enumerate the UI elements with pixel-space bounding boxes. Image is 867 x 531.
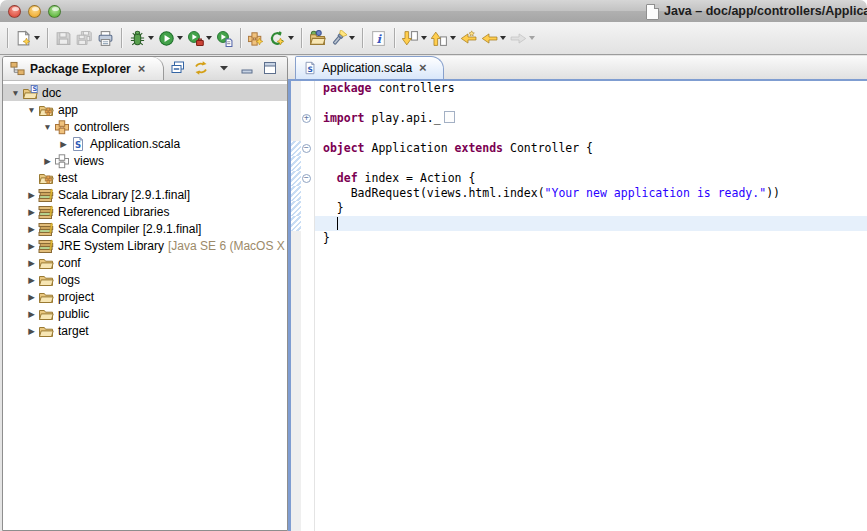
expand-arrow-icon[interactable]: ▶	[25, 190, 38, 200]
dropdown-arrow-icon[interactable]	[206, 36, 212, 40]
tree-item-scala-library-2-9-1-final[interactable]: ▶Scala Library [2.9.1.final]	[3, 186, 287, 203]
back-to-last-edit-button[interactable]	[458, 26, 479, 50]
annotation-ruler	[291, 201, 301, 216]
tree-item-scala-compiler-2-9-1-final[interactable]: ▶Scala Compiler [2.9.1.final]	[3, 220, 287, 237]
annotation-ruler	[291, 216, 301, 231]
code-line-11[interactable]: }	[291, 231, 867, 246]
expand-arrow-icon[interactable]: ▶	[25, 241, 38, 251]
dropdown-arrow-icon[interactable]	[148, 36, 154, 40]
run-button[interactable]	[156, 26, 185, 50]
search-icon	[330, 30, 347, 47]
run-configurations-button[interactable]	[214, 26, 235, 50]
close-editor-icon[interactable]: ×	[419, 62, 427, 74]
code-line-1[interactable]: package controllers	[291, 81, 867, 96]
code-line-3[interactable]: +import play.api._	[291, 111, 867, 126]
code-text[interactable]	[315, 246, 867, 531]
dropdown-arrow-icon[interactable]	[450, 36, 456, 40]
code-text[interactable]: BadRequest(views.html.index("Your new ap…	[315, 186, 867, 201]
fold-margin	[301, 96, 315, 111]
dropdown-arrow-icon[interactable]	[421, 36, 427, 40]
expand-arrow-icon[interactable]: ▶	[25, 207, 38, 217]
dropdown-arrow-icon[interactable]	[288, 36, 294, 40]
search-button[interactable]	[328, 26, 357, 50]
debug-button[interactable]	[127, 26, 156, 50]
tree-item-logs[interactable]: ▶logs	[3, 271, 287, 288]
last-edit-location-button[interactable]	[400, 26, 429, 50]
close-view-icon[interactable]: ×	[138, 63, 146, 75]
view-menu-button[interactable]	[216, 60, 233, 77]
tree-item-test[interactable]: test	[3, 169, 287, 186]
new-wizard-button[interactable]	[13, 26, 42, 50]
tree-item-referenced-libraries[interactable]: ▶Referenced Libraries	[3, 203, 287, 220]
collapse-arrow-icon[interactable]: ▼	[41, 122, 54, 132]
code-editor[interactable]: package controllers+import play.api._−ob…	[288, 81, 867, 531]
back-button[interactable]	[479, 26, 508, 50]
code-line-5[interactable]: −object Application extends Controller {	[291, 141, 867, 156]
minimize-window-button[interactable]	[28, 5, 41, 18]
print-button[interactable]	[95, 26, 116, 50]
zoom-window-button[interactable]	[48, 5, 61, 18]
expand-arrow-icon[interactable]: ▶	[25, 309, 38, 319]
dropdown-arrow-icon[interactable]	[177, 36, 183, 40]
toolbar-separator	[362, 28, 363, 48]
code-text[interactable]: object Application extends Controller {	[315, 141, 867, 156]
tree-item-views[interactable]: ▶views	[3, 152, 287, 169]
code-text[interactable]: package controllers	[315, 81, 867, 96]
code-text[interactable]: def index = Action {	[315, 171, 867, 186]
next-annotation-button[interactable]	[429, 26, 458, 50]
tree-item-project[interactable]: ▶project	[3, 288, 287, 305]
open-resource-button[interactable]	[307, 26, 328, 50]
new-scala-wizard-button[interactable]	[267, 26, 296, 50]
code-line-8[interactable]: BadRequest(views.html.index("Your new ap…	[291, 186, 867, 201]
expand-arrow-icon[interactable]: ▶	[25, 258, 38, 268]
dropdown-arrow-icon[interactable]	[500, 36, 506, 40]
maximize-button[interactable]	[262, 60, 279, 77]
code-line-9[interactable]: }	[291, 201, 867, 216]
folded-region-icon[interactable]	[444, 111, 455, 123]
tree-item-jre-system-library[interactable]: ▶JRE System Library[Java SE 6 (MacOS X D…	[3, 237, 287, 254]
new-java-project-button[interactable]	[246, 26, 267, 50]
toggle-info-button[interactable]: i	[368, 26, 389, 50]
expand-arrow-icon[interactable]: ▶	[25, 224, 38, 234]
fold-collapse-icon[interactable]: −	[302, 174, 311, 183]
code-text[interactable]	[315, 156, 867, 171]
collapse-all-button[interactable]	[170, 60, 187, 77]
tree-item-target[interactable]: ▶target	[3, 322, 287, 339]
link-with-editor-button[interactable]	[193, 60, 210, 77]
tree-item-app[interactable]: ▼app	[3, 101, 287, 118]
dropdown-arrow-icon[interactable]	[349, 36, 355, 40]
expand-arrow-icon[interactable]: ▶	[57, 139, 70, 149]
collapse-arrow-icon[interactable]: ▼	[9, 88, 22, 98]
code-line-6[interactable]	[291, 156, 867, 171]
package-explorer-tab[interactable]: Package Explorer ×	[3, 57, 164, 80]
tree-item-controllers[interactable]: ▼controllers	[3, 118, 287, 135]
tree-item-application-scala[interactable]: ▶SApplication.scala	[3, 135, 287, 152]
fold-collapse-icon[interactable]: −	[302, 144, 311, 153]
code-text[interactable]: }	[315, 231, 867, 246]
minimize-button[interactable]	[239, 60, 256, 77]
dropdown-arrow-icon[interactable]	[34, 36, 40, 40]
code-line-7[interactable]: − def index = Action {	[291, 171, 867, 186]
expand-arrow-icon[interactable]: ▶	[25, 275, 38, 285]
annotation-ruler	[291, 81, 301, 96]
code-line-4[interactable]	[291, 126, 867, 141]
code-line-10[interactable]	[291, 216, 867, 231]
tree-item-public[interactable]: ▶public	[3, 305, 287, 322]
code-text[interactable]: }	[315, 201, 867, 216]
collapse-arrow-icon[interactable]: ▼	[25, 105, 38, 115]
code-text[interactable]	[315, 216, 867, 231]
tree-item-doc[interactable]: ▼Sdoc	[3, 84, 287, 101]
editor-tab-application-scala[interactable]: S Application.scala ×	[295, 56, 444, 79]
code-text[interactable]: import play.api._	[315, 111, 867, 126]
tree-item-conf[interactable]: ▶conf	[3, 254, 287, 271]
code-text[interactable]	[315, 126, 867, 141]
close-window-button[interactable]	[8, 5, 21, 18]
fold-expand-icon[interactable]: +	[302, 114, 311, 123]
code-text[interactable]	[315, 96, 867, 111]
expand-arrow-icon[interactable]: ▶	[25, 326, 38, 336]
expand-arrow-icon[interactable]: ▶	[41, 156, 54, 166]
expand-arrow-icon[interactable]: ▶	[25, 292, 38, 302]
title-bar[interactable]: Java – doc/app/controllers/Application.s…	[0, 0, 867, 23]
code-line-2[interactable]	[291, 96, 867, 111]
run-external-tools-button[interactable]	[185, 26, 214, 50]
